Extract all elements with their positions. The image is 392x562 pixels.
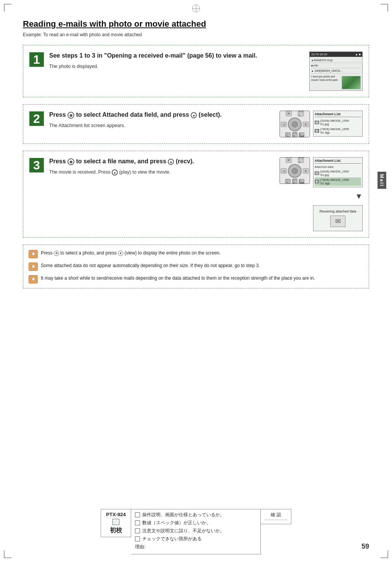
checkbox-4[interactable] xyxy=(135,536,140,541)
check-label-5: 理由: xyxy=(135,544,145,550)
footer-left: PTX-924 📄 初校 xyxy=(101,509,131,537)
step-3-keypad: ✉ アプリ ◁ E ← ペ クリ xyxy=(280,157,310,184)
center-top-mark xyxy=(192,5,200,12)
notes-section: 📋 Press ⊕ to select a photo, and press ●… xyxy=(23,245,369,288)
step-1-screen-body: ▲AAA@XXX.ne.jp ■ milo ▲ 10KB)080329_1500… xyxy=(310,57,362,84)
kp3-nav-ring xyxy=(288,164,302,178)
step-3-instruction: Press ⊕ to select a file name, and press… xyxy=(49,157,274,166)
step-2-keypad: ✉ アプリ ◁ E ← ペ クリア xyxy=(280,111,310,137)
receiving-icon: ✉ xyxy=(330,216,345,227)
check-label-2: 数値（スペック値）が正しいか。 xyxy=(142,520,211,526)
step-3-description: The movie is received. Press ● (play) to… xyxy=(49,169,274,176)
receiving-screen: Receiving attached data ✉ xyxy=(313,205,363,231)
kp3-btn-clear: クリア xyxy=(292,179,297,184)
check-row-5: 理由: xyxy=(135,544,257,550)
footer-right: 確 認 xyxy=(261,509,291,524)
play-icon: ● xyxy=(112,169,118,176)
step-1-screen: 31/79 00:20 ▲ ■ ▲AAA@XXX.ne.jp ■ milo ▲ … xyxy=(309,52,363,91)
note-2: 📋 Some attached data do not appear autom… xyxy=(29,262,363,271)
kp-nav-center xyxy=(292,121,298,127)
step-1-block: 1 See steps 1 to 3 in "Opening a receive… xyxy=(23,45,369,97)
checkbox-3[interactable] xyxy=(135,528,140,533)
kp3-btn-app: アプリ xyxy=(298,158,304,163)
att-row-2: ▶ (73KB) 080329_1505'01.3gp xyxy=(315,127,361,135)
step-2-number: 2 xyxy=(29,111,44,126)
check-label-1: 操作説明、画面が仕様とあっているか。 xyxy=(142,512,225,518)
att-row-1: 🖼 (31KB) 080329_1500'01.jpg xyxy=(315,118,361,127)
subtitle: Example: To read an e-mail with photo an… xyxy=(23,32,369,37)
step-2-content: Press ⊕ to select Attached data field, a… xyxy=(49,111,274,129)
note-3: 📋 It may take a short while to send/rece… xyxy=(29,275,363,283)
kp-btn-app: アプリ xyxy=(298,111,304,116)
kp3-btn-back: ← ペ xyxy=(285,179,291,184)
att-title-3: Attachment List xyxy=(315,159,361,164)
kp-btn-left: ◁ xyxy=(281,122,287,127)
note-1: 📋 Press ⊕ to select a photo, and press ●… xyxy=(29,250,363,258)
step-3-block: 3 Press ⊕ to select a file name, and pre… xyxy=(23,151,369,238)
check-row-1: 操作説明、画面が仕様とあっているか。 xyxy=(135,512,257,518)
note-icon-1: 📋 xyxy=(29,250,38,258)
kp-btn-back: ← ペ xyxy=(285,132,291,137)
footer-doc-icon: 📄 xyxy=(112,519,119,525)
note-2-text: Some attached data do not appear automat… xyxy=(41,262,260,269)
footer-section: PTX-924 📄 初校 操作説明、画面が仕様とあっているか。 数値（スペック値… xyxy=(0,505,392,562)
note-3-text: It may take a short while to send/receiv… xyxy=(41,275,315,282)
note-icon-2: 📋 xyxy=(29,262,38,271)
step-3-content: Press ⊕ to select a file name, and press… xyxy=(49,157,274,176)
note-icon-3: 📋 xyxy=(29,275,38,283)
step-3-attachment-screen: Attachment List Attached data 🖼 (31KB) 0… xyxy=(313,157,363,187)
step-1-content: See steps 1 to 3 in "Opening a received … xyxy=(49,52,304,70)
footer-version: 初校 xyxy=(105,527,127,535)
step-2-images: ✉ アプリ ◁ E ← ペ クリア xyxy=(280,111,363,137)
kp-btn-clear: クリア xyxy=(292,132,297,137)
kp3-btn-pwr: ⌀ PWR xyxy=(299,179,304,184)
step-1-instruction: See steps 1 to 3 in "Opening a received … xyxy=(49,52,304,60)
check-label-3: 注意文や説明文に誤り、不足がないか。 xyxy=(142,528,225,534)
down-arrow: ▼ xyxy=(355,192,363,201)
step-1-number: 1 xyxy=(29,52,44,67)
nav-icon-2: ⊕ xyxy=(67,112,74,119)
kp3-btn-e: E xyxy=(303,168,309,174)
step-2-attachment-screen: Attachment List 🖼 (31KB) 080329_1500'01.… xyxy=(313,111,363,137)
check-label-4: チェックできない箇所がある xyxy=(142,536,202,542)
checkbox-1[interactable] xyxy=(135,512,140,517)
att3-row-2: ▶ (73KB) 080329_1505'01.3gp xyxy=(315,177,361,186)
step-2-instruction: Press ⊕ to select Attached data field, a… xyxy=(49,111,274,119)
note-1-text: Press ⊕ to select a photo, and press ● (… xyxy=(41,250,221,256)
kp3-btn-mail: ✉ xyxy=(286,158,292,163)
select-icon-2: ● xyxy=(191,112,197,118)
side-label: Mail xyxy=(378,172,386,189)
step-3-number: 3 xyxy=(29,158,44,172)
step-3-images: ✉ アプリ ◁ E ← ペ クリ xyxy=(280,157,363,231)
att-title-2: Attachment List xyxy=(315,112,361,117)
select-icon-3: ● xyxy=(168,159,174,165)
step-1-screen-header: 31/79 00:20 ▲ ■ xyxy=(310,52,362,57)
step-2-description: The Attachment list screen appears. xyxy=(49,122,274,129)
footer-middle: 操作説明、画面が仕様とあっているか。 数値（スペック値）が正しいか。 注意文や説… xyxy=(131,509,261,554)
att-icon-jpg: 🖼 xyxy=(315,121,319,124)
check-row-3: 注意文や説明文に誤り、不足がないか。 xyxy=(135,528,257,534)
corner-mark-tl xyxy=(4,4,11,11)
kp-btn-e: E xyxy=(303,122,309,127)
kp-nav-ring xyxy=(288,118,302,131)
step-3-device: ✉ アプリ ◁ E ← ペ クリ xyxy=(280,157,310,187)
kp3-btn-left: ◁ xyxy=(281,168,287,174)
check-row-2: 数値（スペック値）が正しいか。 xyxy=(135,520,257,526)
step-1-description: The photo is displayed. xyxy=(49,63,304,70)
footer-model: PTX-924 xyxy=(105,512,127,517)
checkbox-2[interactable] xyxy=(135,520,140,525)
att3-icon-3gp: ▶ xyxy=(315,180,319,184)
step-2-block: 2 Press ⊕ to select Attached data field,… xyxy=(23,104,369,144)
step-1-photo xyxy=(342,76,361,89)
kp3-nav-center xyxy=(292,168,298,174)
att-icon-3gp: ▶ xyxy=(315,129,319,133)
att3-icon-jpg: 🖼 xyxy=(315,171,319,175)
kp-btn-pwr: ⌀ PWR xyxy=(299,132,304,137)
kp-btn-mail: ✉ xyxy=(286,111,292,116)
confirm-label: 確 認 xyxy=(271,512,281,517)
receiving-text: Receiving attached data xyxy=(315,209,360,213)
page-title: Reading e-mails with photo or movie atta… xyxy=(23,19,369,29)
corner-mark-tr xyxy=(381,4,388,11)
nav-icon-3: ⊕ xyxy=(67,158,74,165)
step-2-device: ✉ アプリ ◁ E ← ペ クリア xyxy=(280,111,310,137)
